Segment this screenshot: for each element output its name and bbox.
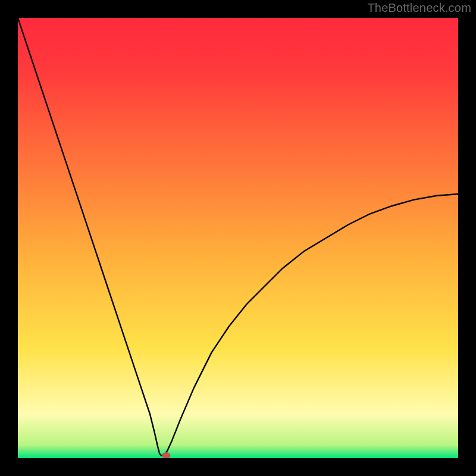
plot-area bbox=[18, 18, 458, 458]
gradient-background bbox=[18, 18, 458, 458]
minimum-marker bbox=[162, 453, 170, 458]
watermark-text: TheBottleneck.com bbox=[367, 1, 471, 15]
chart-frame: TheBottleneck.com bbox=[0, 0, 476, 476]
chart-svg bbox=[18, 18, 458, 458]
